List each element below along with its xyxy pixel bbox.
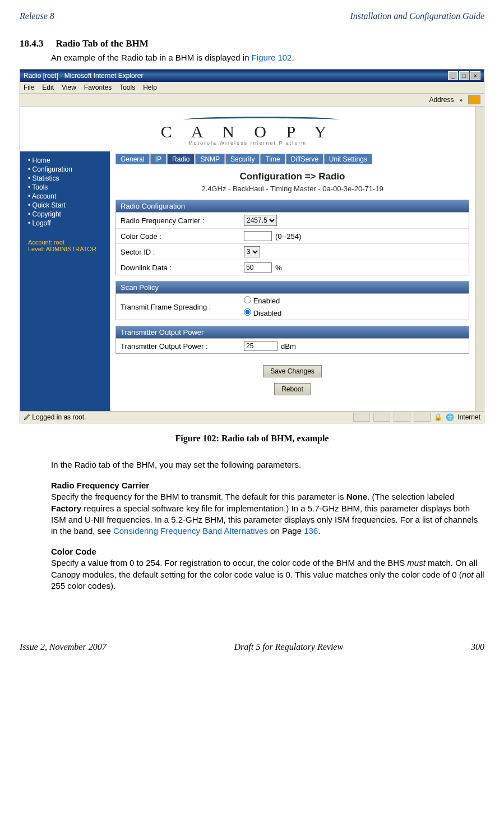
menu-view[interactable]: View (62, 84, 76, 91)
browser-menubar: File Edit View Favorites Tools Help (20, 82, 484, 94)
rfc-t2: . (The selection labeled (367, 492, 454, 501)
tfs-enabled-radio[interactable] (244, 296, 251, 303)
txpower-unit: dBm (281, 342, 296, 350)
rfc-page-link[interactable]: 136 (304, 526, 318, 536)
maximize-button[interactable]: □ (459, 71, 469, 80)
sidebar-item-account[interactable]: Account (28, 192, 104, 201)
txpower-input[interactable] (244, 341, 278, 351)
sidebar-item-home[interactable]: Home (28, 156, 104, 165)
tfs-disabled-option[interactable]: Disabled (244, 308, 281, 317)
cc-must-em: must (407, 558, 426, 567)
rfc-factory-bold: Factory (51, 504, 81, 513)
sidebar-account-info: Account: root Level: ADMINISTRATOR (28, 239, 104, 252)
panel-body-scan: Transmit Frame Spreading : Enabled Disab… (115, 294, 469, 320)
footer-center: Draft 5 for Regulatory Review (234, 642, 344, 652)
rfc-xref-link[interactable]: Considering Frequency Band Alternatives (113, 526, 268, 536)
rfc-t1: Specify the frequency for the BHM to tra… (51, 492, 346, 501)
browser-viewport: C A N O P Y Motorola Wireless Internet P… (20, 107, 484, 411)
sidebar-item-statistics[interactable]: Statistics (28, 174, 104, 183)
tab-diffserve[interactable]: DiffServe (286, 154, 323, 164)
colorcode-input[interactable] (244, 231, 272, 241)
vertical-scrollbar[interactable] (475, 107, 484, 411)
nav-sidebar: Home Configuration Statistics Tools Acco… (20, 151, 110, 411)
tfs-label: Transmit Frame Spreading : (121, 303, 244, 311)
tab-general[interactable]: General (115, 154, 150, 164)
rfc-paragraph: Specify the frequency for the BHM to tra… (51, 491, 484, 537)
txpower-label: Transmitter Output Power : (121, 342, 244, 350)
tfs-disabled-radio[interactable] (244, 308, 251, 316)
toolbar-chevron[interactable]: » (457, 97, 465, 103)
rfc-t4: on Page (268, 526, 304, 536)
status-pane (353, 413, 370, 422)
figure-ref-link[interactable]: Figure 102 (252, 53, 292, 62)
section-number: 18.4.3 (20, 38, 44, 49)
canopy-swoosh-icon (20, 117, 475, 123)
freq-select[interactable]: 2457.5 (244, 215, 277, 226)
config-subtitle: 2.4GHz - BackHaul - Timing Master - 0a-0… (115, 184, 469, 193)
menu-help[interactable]: Help (143, 84, 157, 91)
colorcode-hint: (0--254) (275, 232, 301, 241)
account-user: Account: root (28, 239, 104, 246)
window-title: Radio [root] - Microsoft Internet Explor… (24, 72, 143, 80)
menu-file[interactable]: File (24, 84, 34, 91)
address-label: Address (429, 96, 454, 104)
intro-pre: An example of the Radio tab in a BHM is … (51, 53, 252, 62)
close-button[interactable]: × (470, 71, 480, 80)
browser-addressbar: Address » (20, 94, 484, 107)
tab-snmp[interactable]: SNMP (195, 154, 225, 164)
sidebar-item-copyright[interactable]: Copyright (28, 210, 104, 219)
menu-edit[interactable]: Edit (42, 84, 54, 91)
sidebar-item-quickstart[interactable]: Quick Start (28, 201, 104, 210)
lock-icon: 🔒 (434, 413, 442, 421)
figure-caption: Figure 102: Radio tab of BHM, example (20, 433, 484, 444)
canopy-logo-area: C A N O P Y Motorola Wireless Internet P… (20, 107, 475, 151)
canopy-brand: C A N O P Y (20, 122, 475, 141)
tfs-disabled-label: Disabled (253, 309, 282, 317)
downlink-input[interactable] (244, 262, 272, 273)
cc-heading: Color Code (51, 547, 484, 556)
tab-radio[interactable]: Radio (167, 154, 195, 164)
status-pane (394, 413, 410, 422)
save-changes-button[interactable]: Save Changes (263, 365, 322, 377)
panel-body-radio: Radio Frequency Carrier : 2457.5 Color C… (115, 213, 469, 275)
panel-header-txpower: Transmitter Output Power (115, 326, 469, 339)
paragraph-intro: In the Radio tab of the BHM, you may set… (51, 459, 484, 470)
panel-header-radio: Radio Configuration (115, 200, 469, 213)
minimize-button[interactable]: _ (448, 71, 458, 80)
reboot-button[interactable]: Reboot (274, 383, 311, 395)
section-heading: 18.4.3Radio Tab of the BHM (20, 38, 484, 49)
sidebar-item-tools[interactable]: Tools (28, 183, 104, 192)
downlink-unit: % (275, 264, 282, 272)
config-title: Configuration => Radio (115, 171, 469, 182)
downlink-label: Downlink Data : (121, 264, 244, 272)
status-pane (373, 413, 390, 422)
footer-left: Issue 2, November 2007 (20, 642, 107, 652)
rfc-none-bold: None (346, 492, 368, 501)
header-right: Installation and Configuration Guide (350, 11, 484, 21)
sector-select[interactable]: 3 (244, 246, 260, 257)
tfs-enabled-label: Enabled (253, 297, 280, 305)
browser-titlebar: Radio [root] - Microsoft Internet Explor… (20, 70, 484, 82)
status-zone: Internet (457, 413, 480, 421)
main-panel: General IP Radio SNMP Security Time Diff… (110, 151, 475, 411)
tab-unit-settings[interactable]: Unit Settings (324, 154, 372, 164)
globe-icon: 🌐 (446, 413, 454, 421)
sector-label: Sector ID : (121, 248, 244, 256)
screenshot-figure: Radio [root] - Microsoft Internet Explor… (20, 69, 484, 423)
tab-security[interactable]: Security (225, 154, 260, 164)
section-title: Radio Tab of the BHM (56, 38, 149, 49)
sidebar-item-logoff[interactable]: Logoff (28, 219, 104, 228)
panel-header-scan: Scan Policy (115, 281, 469, 294)
header-left: Release 8 (20, 11, 54, 21)
sidebar-item-configuration[interactable]: Configuration (28, 165, 104, 174)
tfs-enabled-option[interactable]: Enabled (244, 296, 280, 305)
menu-favorites[interactable]: Favorites (84, 84, 112, 91)
window-controls: _ □ × (448, 71, 480, 80)
freq-label: Radio Frequency Carrier : (121, 216, 244, 225)
colorcode-label: Color Code : (121, 232, 244, 241)
rfc-t5: . (318, 526, 320, 536)
tab-ip[interactable]: IP (150, 154, 167, 164)
tab-time[interactable]: Time (260, 154, 285, 164)
cc-t1: Specify a value from 0 to 254. For regis… (51, 558, 407, 567)
menu-tools[interactable]: Tools (119, 84, 135, 91)
